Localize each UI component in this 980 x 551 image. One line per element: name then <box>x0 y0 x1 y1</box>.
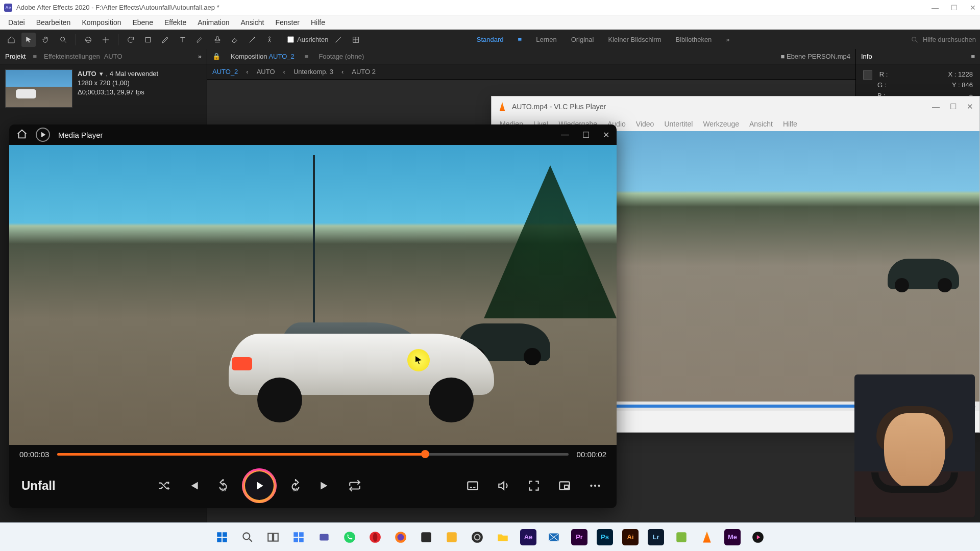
volume-icon[interactable] <box>494 477 512 495</box>
menu-fenster[interactable]: Fenster <box>270 16 304 29</box>
panel-overflow-icon[interactable]: » <box>198 53 202 60</box>
mp-close-icon[interactable]: ✕ <box>603 130 609 140</box>
rect-tool-icon[interactable] <box>141 33 155 47</box>
next-track-icon[interactable] <box>316 477 334 495</box>
vlc-menu-hilfe[interactable]: Hilfe <box>779 119 801 129</box>
mp-video-area[interactable] <box>9 145 617 445</box>
app-green-icon[interactable] <box>671 527 692 548</box>
hand-tool-icon[interactable] <box>39 33 53 47</box>
vlc-taskbar-icon[interactable] <box>696 527 718 548</box>
mp-minimize-icon[interactable]: — <box>561 130 569 140</box>
vlc-menu-untertitel[interactable]: Untertitel <box>660 119 697 129</box>
project-asset[interactable]: AUTO▾, 4 Mal verwendet 1280 x 720 (1,00)… <box>0 64 207 113</box>
tb-ps[interactable]: Ps <box>594 527 616 548</box>
menu-komposition[interactable]: Komposition <box>77 16 126 29</box>
tb-lr[interactable]: Lr <box>645 527 667 548</box>
rewind-10-icon[interactable]: 10 <box>214 477 232 495</box>
tb-me[interactable]: Me <box>722 527 743 548</box>
ws-original[interactable]: Original <box>571 36 594 43</box>
effect-settings-label[interactable]: Effekteinstellungen <box>44 53 100 60</box>
ws-lernen[interactable]: Lernen <box>536 36 556 43</box>
menu-bearbeiten[interactable]: Bearbeiten <box>31 16 76 29</box>
stamp-tool-icon[interactable] <box>210 33 225 47</box>
vlc-close-icon[interactable]: ✕ <box>967 102 973 111</box>
tb-ae[interactable]: Ae <box>518 527 539 548</box>
mp-titlebar[interactable]: Media Player — ☐ ✕ <box>9 124 617 145</box>
tb-pr[interactable]: Pr <box>569 527 590 548</box>
project-tab[interactable]: Projekt <box>5 53 26 60</box>
info-tab[interactable]: Info <box>861 53 872 60</box>
puppet-tool-icon[interactable] <box>262 33 277 47</box>
ws-menu-icon[interactable]: ≡ <box>518 36 522 43</box>
vlc-menu-video[interactable]: Video <box>632 119 658 129</box>
taskview-icon[interactable] <box>262 527 284 548</box>
vlc-maximize-icon[interactable]: ☐ <box>950 102 957 111</box>
play-button[interactable] <box>243 470 275 502</box>
miniview-icon[interactable] <box>555 477 574 495</box>
menu-datei[interactable]: Datei <box>3 16 30 29</box>
pan-behind-tool-icon[interactable] <box>99 33 113 47</box>
menu-effekte[interactable]: Effekte <box>159 16 191 29</box>
crumb-unterkomp[interactable]: Unterkomp. 3 <box>293 68 333 76</box>
search-taskbar-icon[interactable] <box>237 527 258 548</box>
vlc-titlebar[interactable]: AUTO.mp4 - VLC Plus Player — ☐ ✕ <box>492 96 979 117</box>
mp-maximize-icon[interactable]: ☐ <box>582 130 590 140</box>
ae-minimize-icon[interactable]: — <box>932 4 939 12</box>
start-icon[interactable] <box>211 527 233 548</box>
comp-tab-menu-icon[interactable]: ≡ <box>305 53 309 60</box>
firefox-icon[interactable] <box>390 527 411 548</box>
zoom-tool-icon[interactable] <box>56 33 70 47</box>
menu-ebene[interactable]: Ebene <box>127 16 158 29</box>
ws-biblio[interactable]: Bibliotheken <box>676 36 712 43</box>
app-dark-icon[interactable] <box>415 527 437 548</box>
text-tool-icon[interactable] <box>176 33 190 47</box>
ws-standard[interactable]: Standard <box>477 36 504 43</box>
widgets-icon[interactable] <box>288 527 309 548</box>
info-panel-menu-icon[interactable]: ≡ <box>971 53 975 60</box>
layer-tab[interactable]: ■ Ebene PERSON.mp4 <box>781 53 851 60</box>
help-search[interactable]: Hilfe durchsuchen <box>843 36 976 44</box>
media-player-window[interactable]: Media Player — ☐ ✕ 00:00:03 00:00:02 Unf… <box>9 124 617 508</box>
crumb-auto2[interactable]: AUTO_2 <box>212 68 238 76</box>
video-app-icon[interactable] <box>543 527 565 548</box>
fullscreen-icon[interactable] <box>525 477 543 495</box>
asset-dropdown-icon[interactable]: ▾ <box>100 69 103 79</box>
comp-lock-icon[interactable]: 🔒 <box>212 53 220 60</box>
ae-maximize-icon[interactable]: ☐ <box>951 4 958 12</box>
shuffle-icon[interactable] <box>155 477 173 495</box>
selection-tool-icon[interactable] <box>21 33 36 47</box>
rotate-tool-icon[interactable] <box>124 33 138 47</box>
opera-icon[interactable] <box>364 527 386 548</box>
crumb-auto[interactable]: AUTO <box>257 68 275 76</box>
roto-tool-icon[interactable] <box>245 33 259 47</box>
vlc-menu-ansicht[interactable]: Ansicht <box>745 119 777 129</box>
crumb-auto2b[interactable]: AUTO 2 <box>352 68 376 76</box>
comp-tab[interactable]: Komposition AUTO_2 <box>231 53 295 60</box>
mp-seek-handle[interactable] <box>421 450 429 458</box>
ws-overflow-icon[interactable]: » <box>726 36 729 43</box>
ws-kleiner[interactable]: Kleiner Bildschirm <box>608 36 661 43</box>
subtitles-icon[interactable] <box>463 477 482 495</box>
orbit-tool-icon[interactable] <box>81 33 95 47</box>
teams-icon[interactable] <box>313 527 335 548</box>
forward-30-icon[interactable]: 30 <box>286 477 305 495</box>
mp-home-icon[interactable] <box>16 129 28 141</box>
repeat-icon[interactable] <box>346 477 364 495</box>
ausrichten-checkbox[interactable] <box>287 36 294 43</box>
eraser-tool-icon[interactable] <box>228 33 242 47</box>
home-tool-icon[interactable] <box>4 33 18 47</box>
snap-icon[interactable] <box>331 33 346 47</box>
vlc-minimize-icon[interactable]: — <box>932 102 940 111</box>
menu-ansicht[interactable]: Ansicht <box>236 16 270 29</box>
explorer-icon[interactable] <box>492 527 513 548</box>
menu-hilfe[interactable]: Hilfe <box>306 16 330 29</box>
menu-animation[interactable]: Animation <box>192 16 234 29</box>
more-icon[interactable] <box>586 477 604 495</box>
ae-close-icon[interactable]: ✕ <box>970 4 976 12</box>
mp-seekbar[interactable] <box>57 453 568 456</box>
mediaplayer-taskbar-icon[interactable] <box>747 527 769 548</box>
snapgrid-icon[interactable] <box>349 33 363 47</box>
obs-icon[interactable] <box>467 527 488 548</box>
app-yellow-icon[interactable] <box>441 527 462 548</box>
brush-tool-icon[interactable] <box>193 33 207 47</box>
